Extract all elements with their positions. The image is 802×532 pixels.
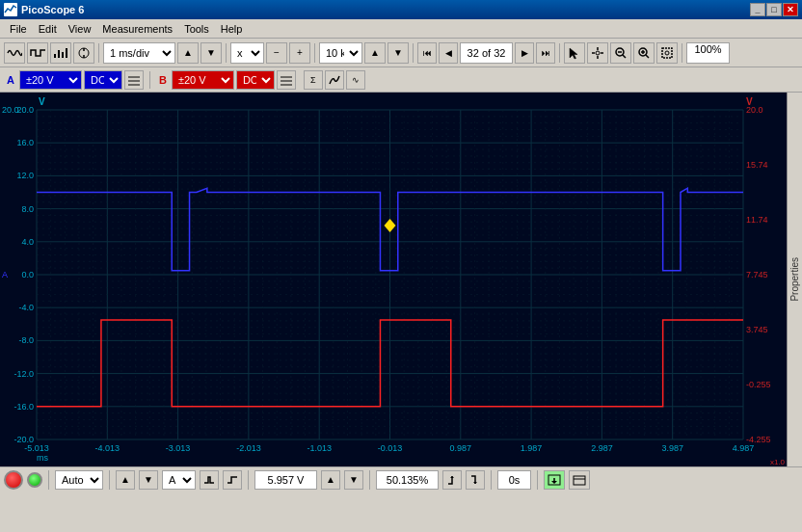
- svg-rect-1: [54, 54, 56, 58]
- open-button[interactable]: [569, 470, 590, 490]
- svg-rect-4: [66, 48, 67, 58]
- title-bar: PicoScope 6 _ □ ✕: [0, 0, 802, 19]
- channel-a-label: A: [4, 74, 17, 86]
- status-sep-4: [369, 470, 370, 490]
- channel-b-options-button[interactable]: [277, 70, 296, 90]
- svg-rect-16: [662, 48, 672, 58]
- frame-counter: 32 of 32: [460, 42, 513, 64]
- menu-bar: File Edit View Measurements Tools Help: [0, 19, 802, 39]
- save-button[interactable]: [544, 470, 565, 490]
- prev-frame-button[interactable]: ◀: [439, 42, 458, 64]
- trigger2-icon-button[interactable]: [466, 470, 485, 490]
- menu-view[interactable]: View: [63, 21, 97, 37]
- voltage-input[interactable]: [254, 470, 317, 490]
- separator-ch: [149, 71, 150, 89]
- separator-5: [559, 43, 560, 63]
- scope-canvas: [0, 93, 787, 466]
- channel-a-options-button[interactable]: [124, 70, 144, 90]
- channel-a-voltage[interactable]: ±20 V: [19, 70, 82, 90]
- voltage-up[interactable]: ▲: [321, 470, 340, 490]
- scope-container[interactable]: Properties: [0, 93, 802, 466]
- menu-edit[interactable]: Edit: [33, 21, 63, 37]
- pan-tool-button[interactable]: [587, 42, 608, 64]
- voltage-down[interactable]: ▼: [344, 470, 363, 490]
- svg-line-13: [646, 55, 649, 58]
- status-sep-6: [537, 470, 538, 490]
- maximize-button[interactable]: □: [766, 3, 782, 16]
- menu-measurements[interactable]: Measurements: [96, 21, 178, 37]
- timebase-select[interactable]: 1 ms/div: [103, 42, 175, 64]
- status-bar: Auto ▲ ▼ A ▲ ▼: [0, 466, 802, 492]
- status-sep-5: [491, 470, 492, 490]
- channel-b-coupling[interactable]: DC: [236, 70, 275, 90]
- window-controls: _ □ ✕: [750, 3, 798, 16]
- trigger-type-button[interactable]: [200, 470, 219, 490]
- separator-3: [314, 43, 315, 63]
- skip-to-start-button[interactable]: ⏮: [417, 42, 437, 64]
- separator-6: [682, 43, 682, 63]
- main-area: Properties: [0, 93, 802, 466]
- trigger-channel-select[interactable]: A: [162, 470, 196, 490]
- trigger-icon-button[interactable]: [442, 470, 462, 490]
- skip-to-end-button[interactable]: ⏭: [536, 42, 555, 64]
- timebase-up[interactable]: ▲: [177, 42, 199, 64]
- spectrum-button[interactable]: [50, 42, 71, 64]
- zoom-percent[interactable]: 100%: [686, 42, 730, 64]
- timebase-down[interactable]: ▼: [200, 42, 222, 64]
- sine-wave-button[interactable]: [4, 42, 25, 64]
- menu-file[interactable]: File: [4, 21, 33, 37]
- menu-help[interactable]: Help: [215, 21, 249, 37]
- trigger-up-button[interactable]: ▲: [116, 470, 135, 490]
- probe-button[interactable]: [73, 42, 94, 64]
- svg-rect-26: [574, 476, 585, 485]
- trigger-down-button[interactable]: ▼: [139, 470, 158, 490]
- percent-input[interactable]: [376, 470, 439, 490]
- properties-label[interactable]: Properties: [789, 257, 800, 302]
- zoom-in-button[interactable]: [633, 42, 655, 64]
- status-sep-1: [48, 470, 49, 490]
- menu-tools[interactable]: Tools: [178, 21, 215, 37]
- svg-rect-3: [62, 52, 64, 58]
- time-input[interactable]: [497, 470, 531, 490]
- samples-select[interactable]: 10 kS: [319, 42, 362, 64]
- next-frame-button[interactable]: ▶: [515, 42, 534, 64]
- svg-line-10: [623, 55, 626, 58]
- mult-plus[interactable]: +: [289, 42, 310, 64]
- toolbar: 1 ms/div ▲ ▼ x 1 − + 10 kS ▲ ▼ ⏮ ◀ 32 of…: [0, 39, 802, 67]
- math2-button[interactable]: ∿: [346, 70, 365, 90]
- minimize-button[interactable]: _: [750, 3, 765, 16]
- run-button[interactable]: [27, 472, 42, 488]
- samples-down[interactable]: ▼: [388, 42, 409, 64]
- svg-point-17: [665, 51, 669, 55]
- multiplier-select[interactable]: x 1: [230, 42, 264, 64]
- channel-bar: A ±20 V DC B ±20 V DC Σ ∿: [0, 67, 802, 93]
- properties-panel[interactable]: Properties: [787, 93, 802, 466]
- status-sep-2: [109, 470, 110, 490]
- svg-rect-2: [58, 50, 60, 58]
- separator-4: [413, 43, 414, 63]
- math-button[interactable]: Σ: [304, 70, 323, 90]
- svg-point-8: [596, 51, 600, 55]
- close-button[interactable]: ✕: [783, 3, 798, 16]
- channel-b-label: B: [156, 74, 170, 86]
- separator-1: [98, 43, 99, 63]
- separator-2: [226, 43, 227, 63]
- zoom-out-button[interactable]: [610, 42, 631, 64]
- square-wave-button[interactable]: [27, 42, 48, 64]
- samples-up[interactable]: ▲: [364, 42, 386, 64]
- status-sep-3: [248, 470, 249, 490]
- freq-button[interactable]: [325, 70, 344, 90]
- zoom-area-button[interactable]: [656, 42, 678, 64]
- app-title: PicoScope 6: [21, 4, 84, 15]
- run-stop-button[interactable]: [4, 470, 23, 490]
- channel-b-voltage[interactable]: ±20 V: [172, 70, 234, 90]
- mult-minus[interactable]: −: [266, 42, 287, 64]
- trigger-slope-button[interactable]: [223, 470, 242, 490]
- cursor-tool-button[interactable]: [564, 42, 585, 64]
- channel-a-coupling[interactable]: DC: [84, 70, 122, 90]
- trigger-mode-select[interactable]: Auto: [55, 470, 103, 490]
- math-buttons: Σ ∿: [304, 70, 365, 90]
- app-icon: [4, 3, 17, 16]
